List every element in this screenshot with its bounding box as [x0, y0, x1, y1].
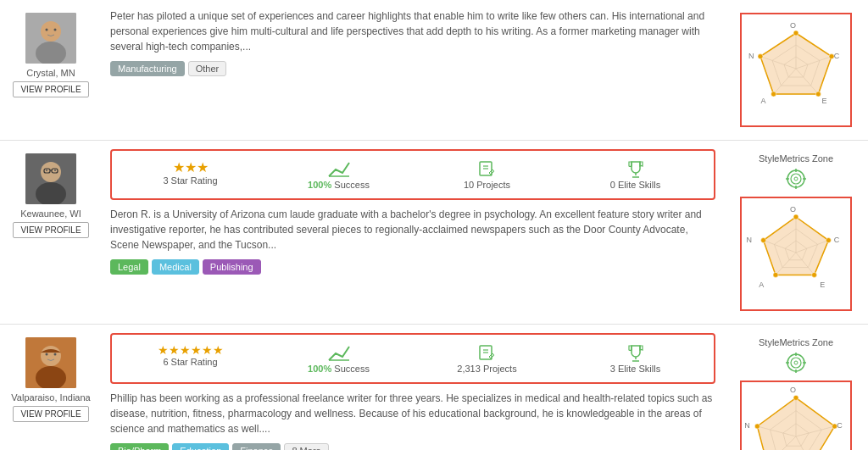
svg-text:A: A	[761, 97, 766, 105]
bio-text: Phillip has been working as a profession…	[110, 391, 715, 436]
writer-card-0: Crystal, MN VIEW PROFILE Peter has pilot…	[0, 0, 868, 141]
stat-rating: ★★★ 3 Star Rating	[153, 159, 229, 190]
location-text: Valparaiso, Indiana	[11, 392, 90, 403]
tag-item: Finance	[232, 443, 281, 450]
tag-item: Medical	[152, 259, 199, 275]
stat-projects: 10 Projects	[449, 159, 526, 190]
svg-point-55	[793, 214, 798, 219]
target-icon	[784, 351, 808, 377]
elite-label: 0 Elite Skills	[610, 180, 660, 190]
avatar-section: Valparaiso, Indiana VIEW PROFILE	[0, 333, 102, 426]
svg-point-18	[771, 92, 776, 97]
stat-rating: ★★★★★★ 6 Star Rating	[153, 343, 229, 374]
svg-point-57	[812, 272, 817, 277]
tag-item: Publishing	[203, 259, 261, 275]
metrics-section: OCEAN	[724, 8, 868, 131]
stat-elite: 0 Elite Skills	[598, 159, 674, 190]
projects-label: 2,313 Projects	[457, 364, 516, 374]
success-label: 100% Success	[308, 364, 370, 374]
stat-success: 100% Success	[301, 343, 377, 374]
svg-point-68	[46, 353, 48, 356]
svg-point-58	[773, 272, 778, 277]
svg-text:E: E	[820, 281, 825, 289]
tag-item: Education	[172, 443, 229, 450]
tags-row: LegalMedicalPublishing	[110, 259, 715, 275]
view-profile-button[interactable]: VIEW PROFILE	[13, 406, 88, 422]
stat-projects: 2,313 Projects	[449, 343, 526, 374]
svg-point-4	[54, 29, 57, 31]
target-icon	[784, 167, 808, 193]
stat-elite: 3 Elite Skills	[598, 343, 674, 374]
svg-point-17	[815, 92, 821, 97]
writer-card-2: Valparaiso, Indiana VIEW PROFILE ★★★★★★ …	[0, 325, 868, 450]
main-content: ★★★ 3 Star Rating 100% Success 10 Projec…	[102, 149, 724, 275]
star-icon: ★★★★★★	[158, 343, 224, 357]
location-text: Crystal, MN	[26, 68, 75, 78]
bio-text: Deron R. is a University of Arizona cum …	[110, 207, 715, 253]
svg-point-15	[793, 31, 798, 36]
svg-text:N: N	[748, 52, 754, 60]
tag-item: Other	[188, 61, 227, 76]
tag-item: Manufacturing	[110, 61, 185, 76]
elite-label: 3 Elite Skills	[610, 364, 660, 374]
avatar	[25, 153, 76, 204]
radar-chart: OCEAN	[740, 381, 852, 450]
svg-point-38	[787, 170, 804, 187]
svg-point-66	[41, 346, 61, 366]
stat-success: 100% Success	[301, 159, 377, 190]
success-label: 100% Success	[308, 180, 370, 190]
projects-label: 10 Projects	[464, 180, 510, 190]
star-rating-label: 6 Star Rating	[163, 357, 217, 367]
tag-item: 8 More	[284, 443, 328, 450]
radar-chart: OCEAN	[740, 197, 852, 311]
svg-point-76	[791, 358, 801, 368]
tag-item: Legal	[110, 259, 148, 275]
svg-point-39	[791, 174, 801, 184]
svg-point-19	[758, 54, 763, 59]
view-profile-button[interactable]: VIEW PROFILE	[13, 222, 88, 238]
star-icon: ★★★	[173, 159, 209, 175]
svg-text:E: E	[822, 97, 827, 105]
svg-text:O: O	[790, 386, 796, 394]
metrics-label: StyleMetrics Zone	[759, 153, 833, 164]
avatar-section: Crystal, MN VIEW PROFILE	[0, 8, 102, 102]
view-profile-button[interactable]: VIEW PROFILE	[13, 81, 88, 97]
svg-point-69	[54, 353, 57, 356]
avatar	[25, 337, 76, 388]
svg-point-75	[787, 354, 804, 371]
svg-text:C: C	[834, 52, 840, 60]
main-content: ★★★★★★ 6 Star Rating 100% Success 2,313 …	[102, 333, 724, 450]
svg-text:N: N	[745, 421, 750, 430]
svg-text:O: O	[790, 205, 796, 214]
svg-point-40	[794, 177, 798, 181]
svg-point-77	[794, 361, 798, 364]
metrics-section: StyleMetrics Zone OCEAN	[724, 149, 868, 315]
avatar	[25, 13, 76, 64]
svg-text:O: O	[790, 21, 796, 30]
tag-item: Bio/Pharm	[110, 443, 169, 450]
svg-text:C: C	[837, 421, 843, 430]
page-container: Crystal, MN VIEW PROFILE Peter has pilot…	[0, 0, 868, 450]
svg-point-96	[754, 424, 760, 429]
svg-text:A: A	[759, 281, 764, 289]
svg-point-59	[761, 238, 766, 243]
stats-box: ★★★★★★ 6 Star Rating 100% Success 2,313 …	[110, 333, 715, 384]
svg-point-1	[41, 21, 61, 42]
main-content: Peter has piloted a unique set of experi…	[102, 8, 724, 76]
svg-point-56	[826, 238, 831, 243]
avatar-section: Kewaunee, WI VIEW PROFILE	[0, 149, 102, 242]
stats-box: ★★★ 3 Star Rating 100% Success 10 Projec…	[110, 149, 715, 200]
star-rating-label: 3 Star Rating	[163, 175, 217, 186]
svg-text:N: N	[747, 236, 753, 244]
tags-row: ManufacturingOther	[110, 61, 715, 76]
radar-chart: OCEAN	[740, 13, 852, 127]
metrics-label: StyleMetrics Zone	[759, 337, 833, 347]
svg-point-32	[54, 169, 56, 171]
svg-point-31	[46, 169, 47, 171]
writer-card-1: Kewaunee, WI VIEW PROFILE ★★★ 3 Star Rat…	[0, 141, 868, 325]
metrics-section: StyleMetrics Zone OCEAN	[724, 333, 868, 450]
location-text: Kewaunee, WI	[20, 208, 81, 219]
svg-text:C: C	[834, 236, 840, 244]
svg-point-92	[793, 395, 798, 400]
bio-text: Peter has piloted a unique set of experi…	[110, 8, 715, 54]
